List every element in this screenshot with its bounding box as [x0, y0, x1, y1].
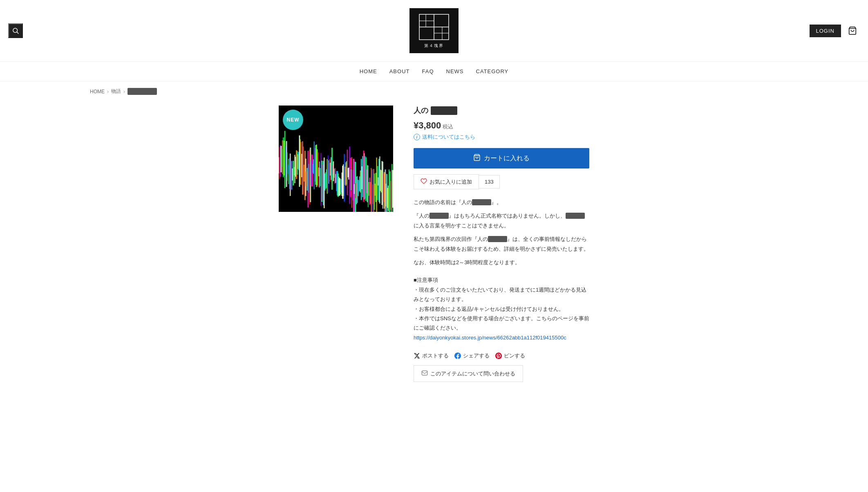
new-badge: NEW	[283, 110, 303, 130]
shipping-link[interactable]: i 送料についてはこちら	[414, 133, 589, 141]
cart-button[interactable]	[845, 23, 860, 38]
social-share-row: ポストする シェアする ピンする	[414, 352, 589, 359]
notes-section: ■注意事項 ・現在多くのご注文をいただいており、発送までに1週間ほどかかる見込み…	[414, 275, 589, 342]
price-value: ¥3,800	[414, 120, 441, 130]
wishlist-count: 133	[479, 175, 500, 189]
cart-icon	[848, 26, 857, 35]
facebook-icon	[454, 353, 461, 359]
svg-line-1	[17, 32, 18, 34]
search-button[interactable]	[8, 23, 23, 38]
cart-icon-btn	[473, 154, 481, 163]
nav-about[interactable]: ABOUT	[389, 68, 410, 74]
pinterest-icon	[495, 353, 502, 359]
inquiry-label: このアイテムについて問い合わせる	[430, 370, 515, 377]
heart-icon	[421, 178, 427, 186]
breadcrumb-monogatari[interactable]: 物語	[111, 88, 121, 95]
search-icon	[12, 27, 19, 34]
svg-rect-12	[422, 371, 427, 375]
logo-text: 第４塊界	[424, 43, 444, 49]
shipping-text: 送料についてはこちら	[422, 133, 475, 141]
wishlist-label: お気に入りに追加	[430, 178, 472, 186]
info-icon: i	[414, 134, 420, 140]
note-2: ・お客様都合による返品/キャンセルは受け付けておりません。	[414, 304, 589, 314]
main-content: NEW 人の■■■■■■ ¥3,800税込 i 送料についてはこちら カートに	[189, 101, 679, 407]
nav-faq[interactable]: FAQ	[422, 68, 434, 74]
price-tax: 税込	[443, 124, 453, 130]
title-prefix: 人の	[414, 106, 428, 115]
share-x-button[interactable]: ポストする	[414, 352, 449, 359]
note-1: ・現在多くのご注文をいただいており、発送までに1週間ほどかかる見込みとなっており…	[414, 285, 589, 304]
share-pinterest-button[interactable]: ピンする	[495, 352, 525, 359]
policy-link[interactable]: https://daiyonkyokai.stores.jp/news/6626…	[414, 335, 566, 341]
nav-home[interactable]: HOME	[360, 68, 377, 74]
desc-line-4: なお、体験時間は2～3時間程度となります。	[414, 258, 589, 267]
desc-line-1: この物語の名前は『人の■■■■■■』。	[414, 198, 589, 207]
share-facebook-label: シェアする	[463, 352, 490, 359]
product-price-row: ¥3,800税込	[414, 120, 589, 131]
inquiry-button[interactable]: このアイテムについて問い合わせる	[414, 365, 523, 382]
logo: 第４塊界	[409, 8, 459, 53]
mail-icon	[421, 370, 428, 377]
svg-point-0	[13, 28, 18, 33]
header: 第４塊界 LOGIN	[0, 0, 868, 62]
product-info: 人の■■■■■■ ¥3,800税込 i 送料についてはこちら カートに入れる	[414, 106, 589, 382]
add-to-cart-button[interactable]: カートに入れる	[414, 148, 589, 168]
desc-line-3: 私たち第四塊界の次回作『人の■■■■■■』は、全くの事前情報なしだからこそ味わえ…	[414, 234, 589, 254]
breadcrumb-current: 人の■■■■■■	[128, 88, 157, 95]
product-image-wrap: NEW	[279, 106, 393, 382]
login-button[interactable]: LOGIN	[810, 25, 841, 37]
share-facebook-button[interactable]: シェアする	[454, 352, 490, 359]
breadcrumb: HOME › 物語 › 人の■■■■■■	[0, 81, 868, 101]
note-3: ・本作ではSNSなどを使用する場合がございます。こちらのページを事前にご確認くだ…	[414, 314, 589, 333]
nav-category[interactable]: CATEGORY	[476, 68, 509, 74]
desc-line-2: 『人の■■■■■■』はもちろん正式名称ではありません。しかし、■■■■■■に入る…	[414, 211, 589, 230]
title-redacted: ■■■■■■	[431, 106, 457, 115]
breadcrumb-sep-1: ›	[107, 89, 109, 94]
breadcrumb-home[interactable]: HOME	[90, 89, 105, 94]
share-x-label: ポストする	[422, 352, 449, 359]
navigation: HOME ABOUT FAQ NEWS CATEGORY	[0, 62, 868, 81]
wishlist-button[interactable]: お気に入りに追加	[414, 174, 479, 189]
product-description: この物語の名前は『人の■■■■■■』。 『人の■■■■■■』はもちろん正式名称で…	[414, 198, 589, 267]
x-icon	[414, 353, 420, 359]
notes-title: ■注意事項	[414, 275, 589, 285]
product-title: 人の■■■■■■	[414, 106, 589, 115]
share-pinterest-label: ピンする	[504, 352, 525, 359]
wishlist-row: お気に入りに追加 133	[414, 174, 589, 189]
add-to-cart-label: カートに入れる	[484, 154, 530, 163]
breadcrumb-sep-2: ›	[123, 89, 125, 94]
nav-news[interactable]: NEWS	[446, 68, 464, 74]
